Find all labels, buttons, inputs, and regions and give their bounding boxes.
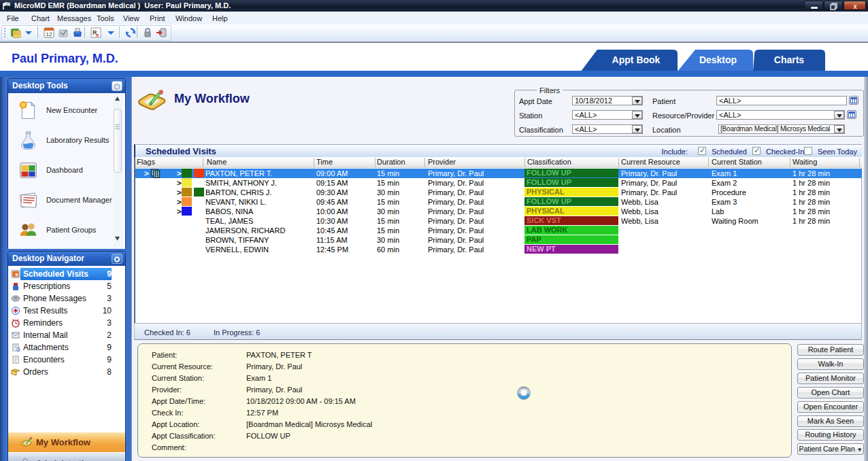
svg-text:x: x (853, 3, 857, 10)
svg-text:12: 12 (46, 31, 52, 37)
svg-text:x: x (96, 32, 99, 38)
